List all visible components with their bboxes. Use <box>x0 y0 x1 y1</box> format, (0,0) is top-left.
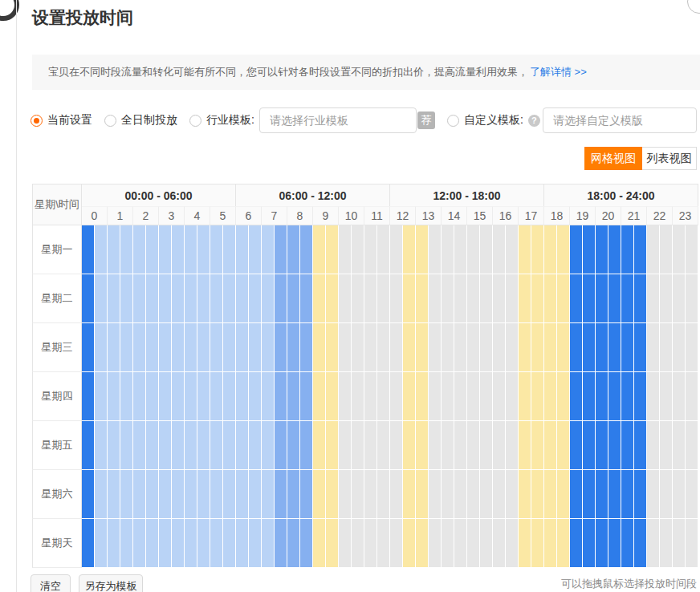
time-slot-cell[interactable] <box>326 225 339 274</box>
time-slot-cell[interactable] <box>352 519 364 568</box>
time-slot-cell[interactable] <box>364 372 377 421</box>
time-slot-cell[interactable] <box>621 372 634 421</box>
time-slot-cell[interactable] <box>506 225 519 274</box>
time-slot-cell[interactable] <box>210 421 223 470</box>
time-slot-cell[interactable] <box>185 519 197 568</box>
time-slot-cell[interactable] <box>159 470 172 519</box>
time-slot-cell[interactable] <box>583 372 596 421</box>
time-slot-cell[interactable] <box>544 421 557 470</box>
time-slot-cell[interactable] <box>544 519 557 568</box>
radio-full-day[interactable]: 全日制投放 <box>104 106 177 135</box>
time-slot-cell[interactable] <box>454 372 467 421</box>
time-slot-cell[interactable] <box>442 519 454 568</box>
time-slot-cell[interactable] <box>634 225 647 274</box>
time-slot-cell[interactable] <box>262 470 275 519</box>
time-slot-cell[interactable] <box>480 323 493 372</box>
time-slot-cell[interactable] <box>275 323 287 372</box>
time-slot-cell[interactable] <box>570 323 583 372</box>
time-slot-cell[interactable] <box>686 470 698 519</box>
time-slot-cell[interactable] <box>108 470 120 519</box>
time-slot-cell[interactable] <box>159 323 172 372</box>
time-slot-cell[interactable] <box>300 421 313 470</box>
time-slot-cell[interactable] <box>493 470 506 519</box>
time-slot-cell[interactable] <box>634 421 647 470</box>
time-slot-cell[interactable] <box>236 274 249 323</box>
time-slot-cell[interactable] <box>236 372 249 421</box>
time-slot-cell[interactable] <box>249 323 262 372</box>
time-slot-cell[interactable] <box>531 372 544 421</box>
time-slot-cell[interactable] <box>467 225 480 274</box>
time-slot-cell[interactable] <box>429 372 442 421</box>
time-slot-cell[interactable] <box>146 225 159 274</box>
time-slot-cell[interactable] <box>544 470 557 519</box>
time-slot-cell[interactable] <box>634 372 647 421</box>
time-slot-cell[interactable] <box>185 470 197 519</box>
time-slot-cell[interactable] <box>390 323 403 372</box>
time-slot-cell[interactable] <box>480 274 493 323</box>
time-slot-cell[interactable] <box>172 421 185 470</box>
time-slot-cell[interactable] <box>442 225 454 274</box>
time-slot-cell[interactable] <box>159 274 172 323</box>
time-slot-cell[interactable] <box>197 225 210 274</box>
time-slot-cell[interactable] <box>480 470 493 519</box>
time-slot-cell[interactable] <box>300 225 313 274</box>
time-slot-cell[interactable] <box>364 323 377 372</box>
time-slot-cell[interactable] <box>596 274 608 323</box>
time-slot-cell[interactable] <box>185 421 197 470</box>
time-slot-cell[interactable] <box>608 225 621 274</box>
time-slot-cell[interactable] <box>223 470 236 519</box>
time-slot-cell[interactable] <box>480 372 493 421</box>
time-slot-cell[interactable] <box>493 372 506 421</box>
time-slot-cell[interactable] <box>621 323 634 372</box>
time-slot-cell[interactable] <box>352 470 364 519</box>
time-slot-cell[interactable] <box>133 519 146 568</box>
time-slot-cell[interactable] <box>608 323 621 372</box>
time-slot-cell[interactable] <box>454 470 467 519</box>
time-slot-cell[interactable] <box>660 421 673 470</box>
grid-view-button[interactable]: 网格视图 <box>584 147 642 170</box>
time-slot-cell[interactable] <box>608 274 621 323</box>
time-slot-cell[interactable] <box>557 225 570 274</box>
time-slot-cell[interactable] <box>544 274 557 323</box>
time-slot-cell[interactable] <box>467 372 480 421</box>
time-slot-cell[interactable] <box>621 274 634 323</box>
time-slot-cell[interactable] <box>429 323 442 372</box>
time-slot-cell[interactable] <box>583 470 596 519</box>
time-slot-cell[interactable] <box>287 470 300 519</box>
time-slot-cell[interactable] <box>236 470 249 519</box>
time-slot-cell[interactable] <box>185 323 197 372</box>
time-slot-cell[interactable] <box>326 470 339 519</box>
time-slot-cell[interactable] <box>249 225 262 274</box>
time-slot-cell[interactable] <box>506 372 519 421</box>
time-slot-cell[interactable] <box>429 519 442 568</box>
time-slot-cell[interactable] <box>429 470 442 519</box>
time-slot-cell[interactable] <box>544 372 557 421</box>
time-slot-cell[interactable] <box>210 470 223 519</box>
time-slot-cell[interactable] <box>480 225 493 274</box>
time-slot-cell[interactable] <box>108 225 120 274</box>
time-slot-cell[interactable] <box>339 519 352 568</box>
time-slot-cell[interactable] <box>249 421 262 470</box>
time-slot-cell[interactable] <box>339 372 352 421</box>
time-slot-cell[interactable] <box>352 372 364 421</box>
time-slot-cell[interactable] <box>300 274 313 323</box>
time-slot-cell[interactable] <box>120 323 133 372</box>
time-slot-cell[interactable] <box>647 274 660 323</box>
time-slot-cell[interactable] <box>326 274 339 323</box>
time-slot-cell[interactable] <box>480 421 493 470</box>
time-slot-cell[interactable] <box>608 421 621 470</box>
radio-custom-template[interactable]: 自定义模板: ? <box>447 106 540 135</box>
time-slot-cell[interactable] <box>519 274 531 323</box>
time-slot-cell[interactable] <box>570 274 583 323</box>
time-slot-cell[interactable] <box>506 421 519 470</box>
time-slot-cell[interactable] <box>660 519 673 568</box>
time-slot-cell[interactable] <box>531 274 544 323</box>
time-slot-cell[interactable] <box>660 274 673 323</box>
time-slot-cell[interactable] <box>249 274 262 323</box>
time-slot-cell[interactable] <box>82 274 95 323</box>
time-slot-cell[interactable] <box>442 421 454 470</box>
time-slot-cell[interactable] <box>506 519 519 568</box>
time-slot-cell[interactable] <box>287 274 300 323</box>
time-slot-cell[interactable] <box>647 323 660 372</box>
time-slot-cell[interactable] <box>210 372 223 421</box>
